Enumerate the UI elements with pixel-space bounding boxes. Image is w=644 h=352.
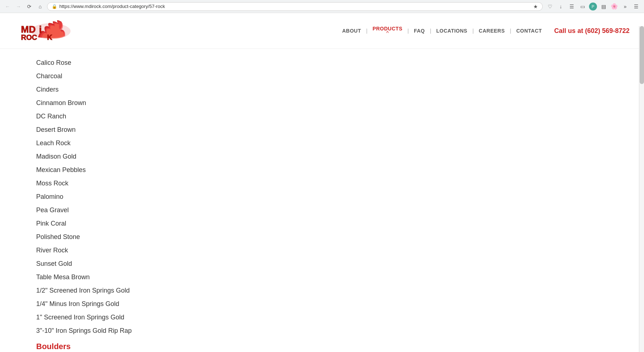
- download-icon[interactable]: ↓: [556, 2, 565, 11]
- product-list-item[interactable]: Calico Rose: [36, 56, 630, 70]
- profile-icon[interactable]: P: [589, 3, 597, 11]
- product-list-item[interactable]: Sunset Gold: [36, 257, 630, 271]
- address-bar[interactable]: 🔒 https://www.mdirock.com/product-catego…: [47, 2, 543, 11]
- product-list-item[interactable]: River Rock: [36, 244, 630, 257]
- product-list-item[interactable]: Polished Stone: [36, 230, 630, 244]
- nav-products-wrap: PRODUCTS ^: [368, 26, 408, 36]
- nav-about[interactable]: ABOUT: [337, 28, 366, 34]
- product-list-item[interactable]: Cinnamon Brown: [36, 96, 630, 110]
- main-content: Calico RoseCharcoalCindersCinnamon Brown…: [0, 49, 644, 352]
- url-text: https://www.mdirock.com/product-category…: [59, 4, 531, 9]
- product-list: Calico RoseCharcoalCindersCinnamon Brown…: [36, 56, 630, 338]
- browser-actions: ♡ ↓ ☰ ▭ P ▤ 🌸 » ☰: [546, 2, 640, 11]
- product-list-item[interactable]: Mexican Pebbles: [36, 163, 630, 177]
- product-list-item[interactable]: Moss Rock: [36, 177, 630, 190]
- svg-text:i: i: [39, 24, 42, 35]
- svg-text:ROC: ROC: [21, 33, 37, 41]
- more-tools-icon[interactable]: »: [621, 2, 630, 11]
- product-list-item[interactable]: DC Ranch: [36, 110, 630, 123]
- phone-number[interactable]: (602) 569-8722: [585, 27, 630, 34]
- security-icon: 🔒: [52, 4, 57, 9]
- bookmark-icon: ★: [533, 4, 538, 9]
- library-icon[interactable]: ☰: [567, 2, 576, 11]
- logo-svg: MD ROC K i: [14, 17, 72, 43]
- product-list-item[interactable]: Palomino: [36, 190, 630, 204]
- product-list-item[interactable]: Desert Brown: [36, 123, 630, 137]
- forward-button[interactable]: →: [14, 3, 22, 11]
- call-us: Call us at (602) 569-8722: [554, 27, 630, 35]
- pocket-icon[interactable]: ♡: [546, 2, 554, 11]
- products-caret: ^: [386, 30, 389, 36]
- nav-faq[interactable]: FAQ: [409, 28, 430, 34]
- product-list-item[interactable]: Madison Gold: [36, 150, 630, 163]
- home-button[interactable]: ⌂: [36, 3, 44, 11]
- nav-contact[interactable]: CONTACT: [511, 28, 547, 34]
- product-list-item[interactable]: Table Mesa Brown: [36, 271, 630, 284]
- scrollbar[interactable]: [639, 26, 644, 352]
- split-icon[interactable]: ▭: [578, 2, 587, 11]
- product-list-item[interactable]: Cinders: [36, 83, 630, 96]
- product-list-item[interactable]: Leach Rock: [36, 137, 630, 150]
- notification-icon[interactable]: 🌸: [610, 2, 619, 11]
- scrollbar-thumb[interactable]: [640, 26, 644, 84]
- site-header: MD ROC K i ABOUT | PRODUCTS ^ | FAQ | LO…: [0, 13, 644, 49]
- extensions-icon[interactable]: ▤: [599, 2, 608, 11]
- menu-icon[interactable]: ☰: [632, 2, 640, 11]
- svg-text:K: K: [47, 33, 52, 41]
- product-list-item[interactable]: Pink Coral: [36, 217, 630, 230]
- product-list-item[interactable]: 1" Screened Iron Springs Gold: [36, 311, 630, 324]
- logo-area: MD ROC K i: [14, 17, 72, 44]
- back-button[interactable]: ←: [4, 3, 12, 11]
- product-list-item[interactable]: 3"-10" Iron Springs Gold Rip Rap: [36, 324, 630, 338]
- reload-button[interactable]: ⟳: [25, 3, 33, 11]
- product-list-item[interactable]: 1/2" Screened Iron Springs Gold: [36, 284, 630, 297]
- product-list-item[interactable]: Pea Gravel: [36, 204, 630, 217]
- page-wrapper: MD ROC K i ABOUT | PRODUCTS ^ | FAQ | LO…: [0, 13, 644, 352]
- nav-locations[interactable]: LOCATIONS: [431, 28, 473, 34]
- nav-careers[interactable]: CAREERS: [474, 28, 510, 34]
- boulders-category[interactable]: Boulders: [36, 338, 630, 352]
- main-nav: ABOUT | PRODUCTS ^ | FAQ | LOCATIONS | C…: [337, 26, 547, 36]
- browser-chrome: ← → ⟳ ⌂ 🔒 https://www.mdirock.com/produc…: [0, 0, 644, 13]
- product-list-item[interactable]: Charcoal: [36, 70, 630, 83]
- product-list-item[interactable]: 1/4" Minus Iron Springs Gold: [36, 297, 630, 311]
